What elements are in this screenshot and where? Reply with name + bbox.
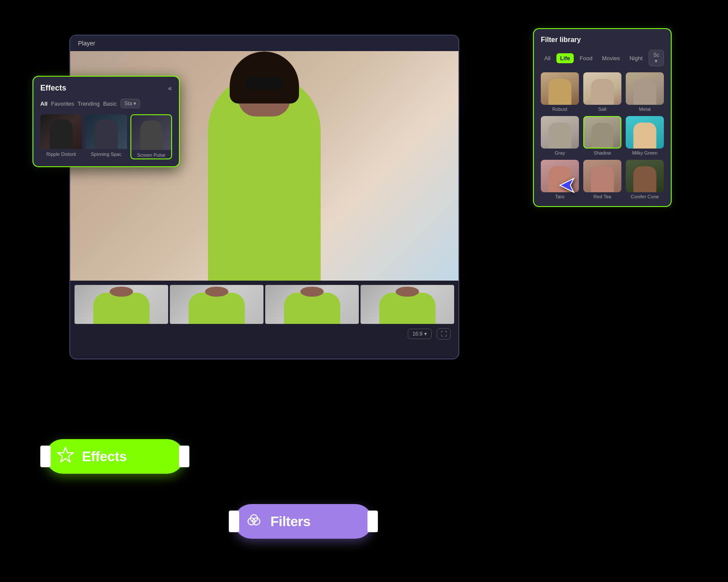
- effect-label-screen-pulse: Screen Pulse: [131, 152, 171, 158]
- filter-thumb-milky-green: [626, 116, 664, 149]
- filters-badge[interactable]: Filters: [234, 504, 373, 539]
- filter-panel: Filter library All Life Food Movies Nigh…: [533, 28, 672, 207]
- filter-label-salt: Salt: [583, 107, 621, 112]
- filter-item-gray[interactable]: Gray: [541, 116, 579, 155]
- woman-figure: [182, 51, 347, 281]
- effects-tab-basic[interactable]: Basic: [103, 100, 117, 108]
- effects-badge-notch-left: [40, 446, 51, 467]
- effect-thumb-spinning: [85, 114, 127, 149]
- effects-header: Effects «: [40, 84, 172, 93]
- filter-item-conifer-cone[interactable]: Conifer Cone: [626, 160, 664, 199]
- effect-label-ripple: Ripple Distorti: [40, 151, 82, 158]
- effect-label-spinning: Spinning Spac: [85, 151, 127, 158]
- filter-thumb-shadow: [583, 116, 621, 149]
- effects-badge-star-icon: [56, 446, 75, 467]
- filter-tab-movies[interactable]: Movies: [598, 53, 623, 63]
- filter-tab-life[interactable]: Life: [556, 53, 573, 63]
- effects-grid: Ripple Distorti Spinning Spac Screen Pul…: [40, 114, 172, 159]
- timeline-thumb: [75, 285, 168, 324]
- timeline-thumb: [170, 285, 263, 324]
- effect-item-ripple[interactable]: Ripple Distorti: [40, 114, 82, 159]
- filter-label-robust: Robust: [541, 107, 579, 112]
- filters-badge-icon: [244, 512, 263, 531]
- effects-tab-trending[interactable]: Trending: [78, 100, 100, 108]
- effects-tab-more-button[interactable]: Sta ▾: [120, 99, 140, 108]
- filter-item-robust[interactable]: Robust: [541, 72, 579, 112]
- filter-thumb-gray: [541, 116, 579, 149]
- player-bottom-bar: 16:9 ▾ ⛶: [75, 328, 454, 340]
- filter-label-milky-green: Milky Green: [626, 150, 664, 155]
- player-controls: 16:9 ▾ ⛶: [70, 281, 458, 357]
- player-title-bar: Player: [70, 36, 458, 51]
- svg-marker-0: [560, 178, 574, 192]
- timeline-thumb: [361, 285, 454, 324]
- filter-tab-more-button[interactable]: Sc ▾: [649, 50, 664, 66]
- filter-thumb-conifer-cone: [626, 160, 664, 192]
- woman-head: [238, 56, 290, 116]
- effects-panel: Effects « All Favorites Trending Basic S…: [32, 76, 180, 167]
- effects-badge-notch-right: [179, 446, 189, 467]
- filter-panel-title: Filter library: [541, 36, 581, 44]
- filter-tab-food[interactable]: Food: [576, 53, 596, 63]
- effects-tab-all[interactable]: All: [40, 100, 48, 108]
- filter-item-shadow[interactable]: Shadow: [583, 116, 621, 155]
- filters-badge-notch-left: [229, 511, 239, 532]
- filter-tab-all[interactable]: All: [541, 53, 554, 63]
- filter-label-taro: Taro: [541, 194, 579, 199]
- effects-collapse-button[interactable]: «: [168, 84, 172, 92]
- effects-panel-title: Effects: [40, 84, 66, 93]
- player-title: Player: [78, 40, 95, 47]
- filter-tabs: All Life Food Movies Night Sc ▾: [541, 50, 664, 66]
- effects-tabs: All Favorites Trending Basic Sta ▾: [40, 99, 172, 108]
- filter-item-metal[interactable]: Metal: [626, 72, 664, 112]
- filter-thumb-salt: [583, 72, 621, 105]
- filter-thumb-robust: [541, 72, 579, 105]
- effect-item-screen-pulse[interactable]: Screen Pulse: [130, 114, 172, 159]
- filter-item-red-tea[interactable]: Red Tea: [583, 160, 621, 199]
- effect-item-spinning[interactable]: Spinning Spac: [85, 114, 127, 159]
- filters-badge-label: Filters: [270, 514, 311, 530]
- filter-label-metal: Metal: [626, 107, 664, 112]
- filter-item-milky-green[interactable]: Milky Green: [626, 116, 664, 155]
- effect-thumb-ripple: [40, 114, 82, 149]
- filters-badge-notch-right: [367, 511, 378, 532]
- timeline-thumb: [265, 285, 359, 324]
- filter-label-red-tea: Red Tea: [583, 194, 621, 199]
- effects-badge-label: Effects: [82, 449, 127, 465]
- effects-tab-favorites[interactable]: Favorites: [51, 100, 74, 108]
- filter-label-shadow: Shadow: [583, 150, 621, 155]
- fullscreen-button[interactable]: ⛶: [437, 328, 451, 340]
- filter-label-conifer-cone: Conifer Cone: [626, 194, 664, 199]
- aspect-ratio-button[interactable]: 16:9 ▾: [408, 329, 432, 339]
- filter-thumb-metal: [626, 72, 664, 105]
- effects-badge[interactable]: Effects: [46, 439, 184, 474]
- filter-item-salt[interactable]: Salt: [583, 72, 621, 112]
- filter-label-gray: Gray: [541, 150, 579, 155]
- timeline-strip: [75, 285, 454, 324]
- effect-thumb-screen-pulse: [131, 115, 171, 150]
- filter-thumb-red-tea: [583, 160, 621, 192]
- woman-sunglasses: [245, 77, 284, 89]
- filter-tab-night[interactable]: Night: [626, 53, 646, 63]
- filter-header: Filter library: [541, 36, 664, 44]
